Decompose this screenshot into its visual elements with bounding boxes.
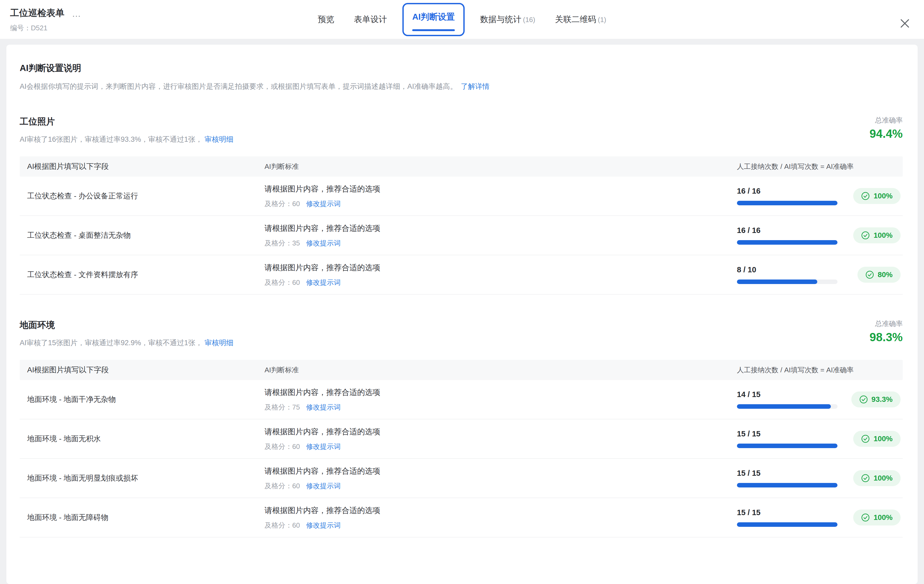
- learn-more-link[interactable]: 了解详情: [461, 82, 490, 90]
- accuracy-progress-bar: [737, 240, 838, 245]
- tab-bar: 预览 表单设计 AI判断设置 数据与统计(16) 关联二维码(1): [318, 0, 606, 39]
- total-accuracy-block: 总准确率 98.3%: [870, 319, 903, 344]
- tab-linked-qrcode[interactable]: 关联二维码(1): [555, 14, 606, 25]
- edit-prompt-link[interactable]: 修改提示词: [306, 443, 341, 451]
- check-circle-icon: [861, 192, 870, 200]
- field-name: 工位状态检查 - 桌面整洁无杂物: [20, 230, 264, 240]
- pass-score-label: 及格分：60: [264, 482, 300, 490]
- edit-prompt-link[interactable]: 修改提示词: [306, 482, 341, 490]
- accuracy-badge: 100%: [853, 188, 901, 204]
- total-accuracy-value: 94.4%: [870, 127, 903, 140]
- total-accuracy-block: 总准确率 94.4%: [870, 116, 903, 140]
- table-header-row: AI根据图片填写以下字段 AI判断标准 人工接纳次数 / AI填写次数 = AI…: [20, 156, 903, 177]
- audit-detail-link[interactable]: 审核明细: [205, 135, 233, 143]
- pass-score-label: 及格分：60: [264, 200, 300, 208]
- accuracy-progress-bar: [737, 404, 838, 409]
- table-row: 地面环境 - 地面无明显划痕或损坏 请根据图片内容，推荐合适的选项 及格分：60…: [20, 459, 903, 498]
- table-row: 地面环境 - 地面干净无杂物 请根据图片内容，推荐合适的选项 及格分：75 修改…: [20, 380, 903, 419]
- intro-description-text: AI会根据你填写的提示词，来判断图片内容，进行审核图片是否满足拍摄要求，或根据图…: [20, 82, 457, 90]
- pass-score-label: 及格分：60: [264, 278, 300, 286]
- acceptance-ratio: 14 / 15: [737, 390, 838, 399]
- column-header-criteria: AI判断标准: [264, 162, 737, 171]
- section-header: 地面环境 AI审核了15张图片，审核通过率92.9%，审核不通过1张， 审核明细…: [20, 319, 903, 347]
- ai-fields-table: AI根据图片填写以下字段 AI判断标准 人工接纳次数 / AI填写次数 = AI…: [20, 156, 903, 294]
- accuracy-badge: 100%: [853, 227, 901, 243]
- section-header: 工位照片 AI审核了16张图片，审核通过率93.3%，审核不通过1张， 审核明细…: [20, 116, 903, 144]
- section-title: 地面环境: [20, 319, 233, 331]
- tab-form-design[interactable]: 表单设计: [354, 14, 387, 25]
- criteria-text: 请根据图片内容，推荐合适的选项: [264, 426, 726, 437]
- edit-prompt-link[interactable]: 修改提示词: [306, 521, 341, 529]
- accuracy-percent: 80%: [878, 270, 893, 279]
- accuracy-percent: 100%: [873, 231, 893, 240]
- main-panel: AI判断设置说明 AI会根据你填写的提示词，来判断图片内容，进行审核图片是否满足…: [7, 45, 917, 584]
- check-circle-icon: [859, 395, 868, 404]
- edit-prompt-link[interactable]: 修改提示词: [306, 403, 341, 411]
- column-header-accuracy: 人工接纳次数 / AI填写次数 = AI准确率: [737, 365, 903, 375]
- table-row: 地面环境 - 地面无障碍物 请根据图片内容，推荐合适的选项 及格分：60 修改提…: [20, 498, 903, 538]
- pass-score-label: 及格分：60: [264, 521, 300, 529]
- acceptance-ratio: 15 / 15: [737, 429, 838, 438]
- edit-prompt-link[interactable]: 修改提示词: [306, 200, 341, 208]
- total-accuracy-value: 98.3%: [870, 331, 903, 344]
- tab-count-badge: (1): [598, 16, 606, 24]
- accuracy-percent: 93.3%: [871, 395, 893, 404]
- page-title: 工位巡检表单: [10, 7, 64, 19]
- column-header-accuracy: 人工接纳次数 / AI填写次数 = AI准确率: [737, 162, 903, 171]
- intro-title: AI判断设置说明: [20, 62, 903, 74]
- pass-score-label: 及格分：35: [264, 239, 300, 247]
- accuracy-progress-bar: [737, 201, 838, 205]
- active-tab-underline: [412, 29, 455, 31]
- criteria-text: 请根据图片内容，推荐合适的选项: [264, 184, 726, 194]
- total-accuracy-label: 总准确率: [870, 116, 903, 125]
- field-name: 地面环境 - 地面无明显划痕或损坏: [20, 473, 264, 483]
- audit-detail-link[interactable]: 审核明细: [205, 339, 233, 347]
- accuracy-progress-bar: [737, 483, 838, 487]
- summary-text: AI审核了15张图片，审核通过率92.9%，审核不通过1张，: [20, 339, 203, 347]
- criteria-text: 请根据图片内容，推荐合适的选项: [264, 505, 726, 516]
- acceptance-ratio: 16 / 16: [737, 226, 838, 235]
- section-summary: AI审核了15张图片，审核通过率92.9%，审核不通过1张， 审核明细: [20, 338, 233, 347]
- top-bar: 工位巡检表单 … 编号：D521 预览 表单设计 AI判断设置 数据与统计(16…: [0, 0, 924, 39]
- tab-label: 数据与统计: [480, 15, 521, 24]
- table-row: 工位状态检查 - 桌面整洁无杂物 请根据图片内容，推荐合适的选项 及格分：35 …: [20, 216, 903, 255]
- section-title: 工位照片: [20, 116, 233, 128]
- check-circle-icon: [861, 231, 870, 240]
- tab-preview[interactable]: 预览: [318, 14, 334, 25]
- check-circle-icon: [861, 513, 870, 522]
- tab-data-statistics[interactable]: 数据与统计(16): [480, 14, 535, 25]
- edit-prompt-link[interactable]: 修改提示词: [306, 278, 341, 286]
- accuracy-badge: 93.3%: [851, 392, 901, 407]
- check-circle-icon: [861, 474, 870, 482]
- accuracy-progress-bar: [737, 522, 838, 527]
- accuracy-badge: 100%: [853, 470, 901, 486]
- criteria-text: 请根据图片内容，推荐合适的选项: [264, 223, 726, 234]
- accuracy-badge: 100%: [853, 510, 901, 525]
- summary-text: AI审核了16张图片，审核通过率93.3%，审核不通过1张，: [20, 135, 203, 143]
- tab-count-badge: (16): [523, 16, 535, 24]
- tab-ai-judge-settings[interactable]: AI判断设置: [403, 3, 465, 36]
- table-header-row: AI根据图片填写以下字段 AI判断标准 人工接纳次数 / AI填写次数 = AI…: [20, 360, 903, 380]
- pass-score-label: 及格分：75: [264, 403, 300, 411]
- edit-prompt-link[interactable]: 修改提示词: [306, 239, 341, 247]
- pass-score-label: 及格分：60: [264, 443, 300, 451]
- accuracy-percent: 100%: [873, 192, 893, 200]
- field-name: 工位状态检查 - 办公设备正常运行: [20, 191, 264, 201]
- acceptance-ratio: 16 / 16: [737, 187, 838, 196]
- acceptance-ratio: 8 / 10: [737, 265, 838, 274]
- check-circle-icon: [865, 270, 874, 279]
- column-header-criteria: AI判断标准: [264, 365, 737, 375]
- more-menu-icon[interactable]: …: [72, 8, 82, 18]
- field-name: 地面环境 - 地面无障碍物: [20, 512, 264, 523]
- close-icon[interactable]: [899, 18, 911, 29]
- accuracy-percent: 100%: [873, 434, 893, 443]
- active-tab-label: AI判断设置: [412, 11, 455, 23]
- table-row: 地面环境 - 地面无积水 请根据图片内容，推荐合适的选项 及格分：60 修改提示…: [20, 419, 903, 459]
- ai-fields-table: AI根据图片填写以下字段 AI判断标准 人工接纳次数 / AI填写次数 = AI…: [20, 360, 903, 538]
- column-header-field: AI根据图片填写以下字段: [20, 161, 264, 171]
- accuracy-percent: 100%: [873, 474, 893, 482]
- section-summary: AI审核了16张图片，审核通过率93.3%，审核不通过1张， 审核明细: [20, 135, 233, 144]
- accuracy-progress-bar: [737, 280, 838, 284]
- criteria-text: 请根据图片内容，推荐合适的选项: [264, 466, 726, 477]
- table-row: 工位状态检查 - 办公设备正常运行 请根据图片内容，推荐合适的选项 及格分：60…: [20, 177, 903, 216]
